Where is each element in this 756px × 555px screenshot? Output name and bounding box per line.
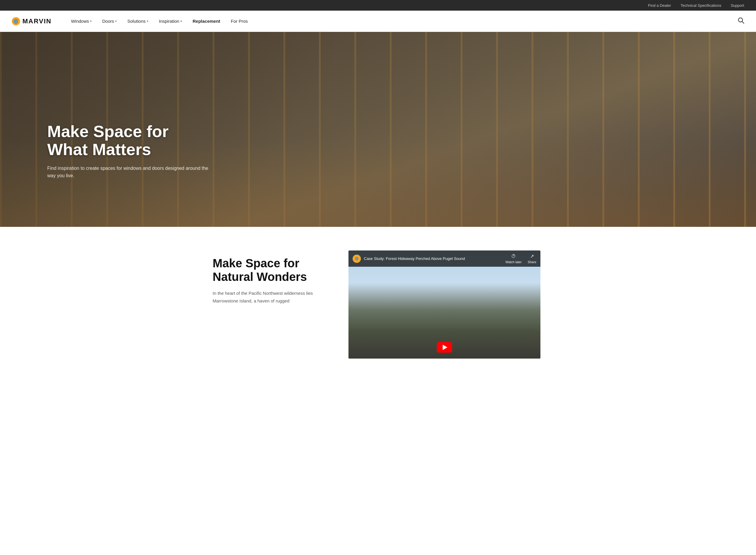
share-button[interactable]: ↗ Share (528, 253, 536, 264)
nav-solutions[interactable]: Solutions ▾ (122, 11, 153, 32)
video-title-row: 🌀 Case Study: Forest Hideaway Perched Ab… (353, 255, 465, 263)
content-section: Make Space for Natural Wonders In the he… (201, 227, 555, 382)
share-icon: ↗ (530, 253, 534, 259)
video-title: Case Study: Forest Hideaway Perched Abov… (364, 256, 465, 261)
svg-line-1 (742, 22, 744, 23)
video-embed: 🌀 Case Study: Forest Hideaway Perched Ab… (349, 251, 540, 358)
video-play-button[interactable] (437, 342, 452, 353)
nav-inspiration[interactable]: Inspiration ▾ (153, 11, 187, 32)
logo[interactable]: 🌀 MARVIN (12, 17, 51, 26)
nav-for-pros[interactable]: For Pros (226, 11, 253, 32)
play-icon (443, 345, 447, 350)
video-top-bar: 🌀 Case Study: Forest Hideaway Perched Ab… (349, 251, 540, 267)
hero-title: Make Space for What Matters (47, 122, 213, 159)
find-dealer-link[interactable]: Find a Dealer (648, 3, 671, 8)
content-right: 🌀 Case Study: Forest Hideaway Perched Ab… (349, 251, 543, 358)
video-actions: ⏱ Watch later ↗ Share (505, 253, 536, 264)
nav-doors[interactable]: Doors ▾ (97, 11, 122, 32)
main-nav: 🌀 MARVIN Windows ▾ Doors ▾ Solutions ▾ I… (0, 11, 756, 32)
hero-content: Make Space for What Matters Find inspira… (47, 122, 213, 180)
section-heading: Make Space for Natural Wonders (213, 256, 325, 284)
nav-windows[interactable]: Windows ▾ (65, 11, 97, 32)
hero-section: Make Space for What Matters Find inspira… (0, 32, 756, 227)
search-button[interactable] (738, 17, 744, 25)
logo-text: MARVIN (23, 17, 51, 25)
top-bar: Find a Dealer Technical Specifications S… (0, 0, 756, 11)
youtube-channel-icon: 🌀 (353, 255, 361, 263)
support-link[interactable]: Support (730, 3, 744, 8)
chevron-down-icon: ▾ (115, 19, 117, 23)
hero-subtitle: Find inspiration to create spaces for wi… (47, 165, 213, 180)
nav-links: Windows ▾ Doors ▾ Solutions ▾ Inspiratio… (65, 11, 738, 32)
logo-icon: 🌀 (12, 17, 20, 26)
content-left: Make Space for Natural Wonders In the he… (213, 251, 325, 304)
chevron-down-icon: ▾ (180, 19, 182, 23)
watch-later-icon: ⏱ (511, 254, 516, 259)
chevron-down-icon: ▾ (147, 19, 148, 23)
nav-replacement[interactable]: Replacement (187, 11, 225, 32)
chevron-down-icon: ▾ (90, 19, 92, 23)
watch-later-button[interactable]: ⏱ Watch later (505, 254, 522, 264)
tech-specs-link[interactable]: Technical Specifications (680, 3, 721, 8)
section-body: In the heart of the Pacific Northwest wi… (213, 290, 325, 304)
